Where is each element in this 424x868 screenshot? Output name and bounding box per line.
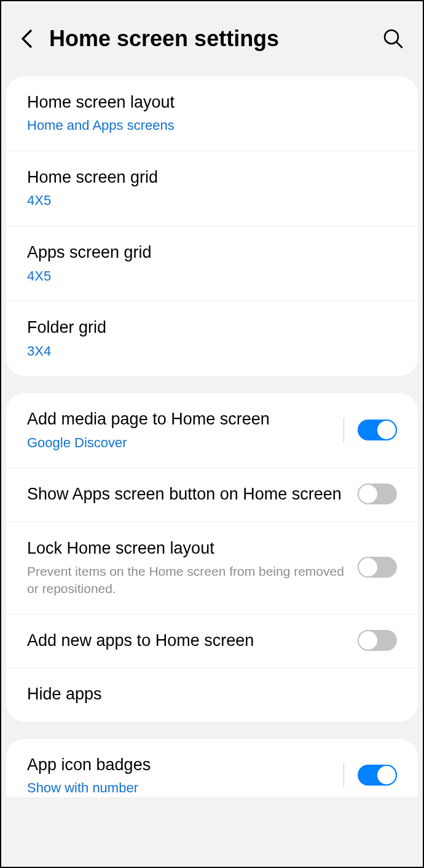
row-home-screen-layout[interactable]: Home screen layout Home and Apps screens (6, 76, 418, 151)
row-value: Show with number (27, 779, 331, 797)
search-button[interactable] (381, 26, 406, 51)
separator (344, 763, 344, 787)
toggle-lock-home-layout[interactable] (358, 557, 397, 578)
settings-group-layout: Home screen layout Home and Apps screens… (6, 76, 418, 376)
toggle-add-media-page[interactable] (358, 420, 397, 440)
row-home-screen-grid[interactable]: Home screen grid 4X5 (6, 151, 418, 226)
row-label: App icon badges (27, 754, 331, 776)
row-label: Add new apps to Home screen (27, 629, 345, 651)
row-app-icon-badges[interactable]: App icon badges Show with number (6, 739, 418, 797)
row-show-apps-button[interactable]: Show Apps screen button on Home screen (6, 468, 418, 521)
row-apps-screen-grid[interactable]: Apps screen grid 4X5 (6, 226, 418, 301)
row-lock-home-layout[interactable]: Lock Home screen layout Prevent items on… (6, 522, 418, 614)
toggle-show-apps-button[interactable] (358, 484, 397, 504)
row-label: Add media page to Home screen (27, 408, 331, 430)
row-label: Folder grid (27, 316, 397, 338)
row-value: 3X4 (27, 343, 397, 360)
row-value: Home and Apps screens (27, 117, 397, 135)
svg-line-1 (397, 42, 402, 48)
header: Home screen settings (6, 7, 418, 76)
search-icon (383, 28, 404, 49)
row-label: Hide apps (27, 683, 397, 705)
back-button[interactable] (16, 28, 38, 50)
settings-group-badges: App icon badges Show with number (6, 739, 418, 797)
separator (344, 418, 344, 442)
row-label: Home screen layout (27, 91, 397, 113)
row-value: Google Discover (27, 434, 331, 452)
row-description: Prevent items on the Home screen from be… (27, 563, 345, 598)
settings-group-options: Add media page to Home screen Google Dis… (6, 393, 418, 721)
row-folder-grid[interactable]: Folder grid 3X4 (6, 301, 418, 376)
row-hide-apps[interactable]: Hide apps (6, 667, 418, 721)
row-label: Show Apps screen button on Home screen (27, 483, 345, 505)
row-label: Home screen grid (27, 166, 397, 188)
toggle-add-new-apps[interactable] (358, 630, 397, 651)
row-label: Lock Home screen layout (27, 537, 345, 559)
chevron-left-icon (20, 28, 34, 50)
row-label: Apps screen grid (27, 241, 397, 263)
row-add-new-apps[interactable]: Add new apps to Home screen (6, 614, 418, 667)
row-value: 4X5 (27, 268, 397, 285)
row-value: 4X5 (27, 192, 397, 210)
page-title: Home screen settings (49, 26, 381, 52)
toggle-app-icon-badges[interactable] (358, 765, 397, 786)
row-add-media-page[interactable]: Add media page to Home screen Google Dis… (6, 393, 418, 468)
